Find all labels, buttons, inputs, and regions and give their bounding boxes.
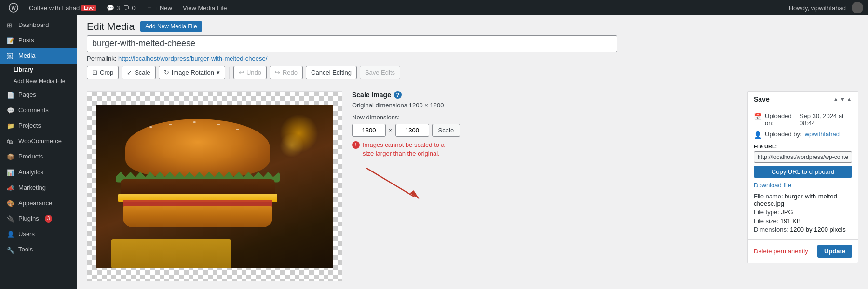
sidebar-item-posts[interactable]: 📝 Posts — [0, 33, 77, 48]
sidebar-item-woocommerce[interactable]: 🛍 WooCommerce — [0, 133, 77, 149]
filename-input[interactable] — [87, 35, 617, 52]
users-icon: 👤 — [7, 230, 14, 238]
right-panel: Save ▲ ▼ ▲ 📅 Uploaded on: Sep 30, 2024 a… — [747, 91, 858, 263]
new-dimensions-label: New dimensions: — [352, 114, 738, 121]
height-input[interactable] — [395, 124, 429, 137]
save-edits-button[interactable]: Save Edits — [360, 66, 400, 79]
wp-logo-btn[interactable]: W — [5, 0, 22, 15]
scale-label: Scale — [135, 69, 150, 76]
permalink-url[interactable]: http://localhost/wordpress/burger-with-m… — [118, 55, 267, 62]
uploaded-by-label: Uploaded by: — [765, 131, 802, 138]
uploaded-by-user[interactable]: wpwithfahad — [805, 131, 840, 138]
woocommerce-icon: 🛍 — [7, 137, 14, 145]
new-btn[interactable]: ＋ + New — [142, 0, 176, 15]
sidebar-item-analytics[interactable]: 📊 Analytics — [0, 165, 77, 180]
dimension-x-separator: × — [389, 127, 393, 134]
right-panel-header: Save ▲ ▼ ▲ — [748, 92, 858, 107]
image-rotation-button[interactable]: ↻ Image Rotation ▾ — [159, 66, 225, 79]
plugins-icon: 🔌 — [7, 215, 14, 223]
comments-btn[interactable]: 💬 3 🗨 0 — [103, 0, 139, 15]
admin-bar: W Coffee with Fahad Live 💬 3 🗨 0 ＋ + New… — [0, 0, 868, 15]
uploaded-by-row: 👤 Uploaded by: wpwithfahad — [754, 131, 852, 139]
sidebar-item-label-pages: Pages — [18, 91, 36, 99]
cancel-editing-button[interactable]: Cancel Editing — [306, 66, 357, 79]
user-icon: 👤 — [754, 131, 762, 139]
comment-count: 3 — [116, 4, 120, 12]
scale-icon: ⤢ — [127, 69, 132, 76]
sidebar-item-projects[interactable]: 📁 Projects — [0, 118, 77, 133]
sidebar-item-label-media: Media — [18, 52, 35, 60]
page-header: Edit Media Add New Media File Permalink:… — [77, 15, 868, 83]
panel-collapse-down[interactable]: ▼ — [840, 96, 845, 103]
sidebar-item-label-posts: Posts — [18, 36, 34, 45]
tools-icon: 🔧 — [7, 246, 14, 254]
sidebar: ⊞ Dashboard 📝 Posts 🖼 Media Library Add … — [0, 15, 77, 289]
appearance-icon: 🎨 — [7, 199, 14, 207]
original-dimensions: Original dimensions 1200 × 1200 — [352, 102, 738, 109]
sidebar-subitem-library[interactable]: Library — [0, 64, 77, 76]
sidebar-item-pages[interactable]: 📄 Pages — [0, 87, 77, 103]
dimensions-row: × Scale — [352, 124, 738, 137]
sidebar-item-media[interactable]: 🖼 Media — [0, 48, 77, 64]
add-new-media-button[interactable]: Add New Media File — [140, 21, 202, 32]
sidebar-item-tools[interactable]: 🔧 Tools — [0, 242, 77, 257]
sidebar-item-dashboard[interactable]: ⊞ Dashboard — [0, 17, 77, 33]
view-media-btn[interactable]: View Media File — [179, 0, 231, 15]
howdy-text: Howdy, wpwithfahad — [789, 4, 846, 12]
uploaded-on-label: Uploaded on: — [765, 112, 797, 127]
update-button[interactable]: Update — [817, 245, 852, 258]
error-text: Images cannot be scaled to a size larger… — [363, 141, 448, 158]
editor-area: Scale Image ? Original dimensions 1200 ×… — [77, 83, 868, 289]
file-url-input[interactable] — [754, 151, 852, 163]
view-media-label: View Media File — [183, 4, 227, 12]
site-name: Coffee with Fahad — [29, 4, 80, 12]
sidebar-item-comments[interactable]: 💬 Comments — [0, 103, 77, 118]
scale-action-button[interactable]: Scale — [432, 124, 461, 137]
scale-button[interactable]: ⤢ Scale — [122, 66, 156, 79]
sidebar-item-marketing[interactable]: 📣 Marketing — [0, 180, 77, 196]
media-icon: 🖼 — [7, 52, 14, 60]
live-badge: Live — [81, 5, 96, 11]
sidebar-item-label-products: Products — [18, 152, 43, 161]
sidebar-item-appearance[interactable]: 🎨 Appearance — [0, 196, 77, 211]
svg-text:W: W — [12, 5, 16, 11]
image-rotation-label: Image Rotation — [172, 69, 214, 76]
toolbar: ⊡ Crop ⤢ Scale ↻ Image Rotation ▾ ↩ Undo — [87, 66, 858, 79]
redo-icon: ↪ — [275, 69, 280, 76]
avatar — [852, 2, 863, 13]
sidebar-item-plugins[interactable]: 🔌 Plugins 3 — [0, 211, 77, 226]
help-icon[interactable]: ? — [394, 91, 402, 99]
copy-url-button[interactable]: Copy URL to clipboard — [754, 166, 852, 178]
scale-panel: Scale Image ? Original dimensions 1200 ×… — [352, 91, 738, 281]
panel-close[interactable]: ▲ — [846, 96, 852, 103]
undo-label: Undo — [246, 69, 261, 76]
analytics-icon: 📊 — [7, 169, 14, 176]
download-link[interactable]: Download file — [754, 182, 852, 189]
cancel-label: Cancel Editing — [311, 69, 352, 76]
delete-permanently-link[interactable]: Delete permanently — [754, 248, 808, 255]
sidebar-item-products[interactable]: 📦 Products — [0, 149, 77, 164]
sidebar-subitem-add-new[interactable]: Add New Media File — [0, 76, 77, 87]
undo-button[interactable]: ↩ Undo — [233, 66, 267, 79]
scale-error-message: ! Images cannot be scaled to a size larg… — [352, 141, 448, 158]
chevron-down-icon: ▾ — [217, 69, 220, 76]
main-content: Edit Media Add New Media File Permalink:… — [77, 15, 868, 289]
crop-button[interactable]: ⊡ Crop — [87, 66, 119, 79]
width-input[interactable] — [352, 124, 386, 137]
projects-icon: 📁 — [7, 122, 14, 130]
right-panel-title: Save — [754, 95, 770, 103]
site-name-btn[interactable]: Coffee with Fahad Live — [25, 0, 100, 15]
redo-button[interactable]: ↪ Redo — [270, 66, 303, 79]
permalink-row: Permalink: http://localhost/wordpress/bu… — [87, 55, 858, 62]
save-label: Save Edits — [365, 69, 395, 76]
plugins-badge: 3 — [45, 215, 53, 223]
sidebar-item-label-marketing: Marketing — [18, 184, 46, 192]
crop-icon: ⊡ — [92, 69, 97, 76]
rotation-icon: ↻ — [164, 69, 169, 76]
sidebar-item-users[interactable]: 👤 Users — [0, 226, 77, 242]
products-icon: 📦 — [7, 153, 14, 160]
toolbar-separator — [229, 67, 230, 79]
calendar-icon: 📅 — [754, 113, 762, 120]
file-url-label: File URL: — [754, 144, 852, 149]
panel-collapse-up[interactable]: ▲ — [833, 96, 839, 103]
